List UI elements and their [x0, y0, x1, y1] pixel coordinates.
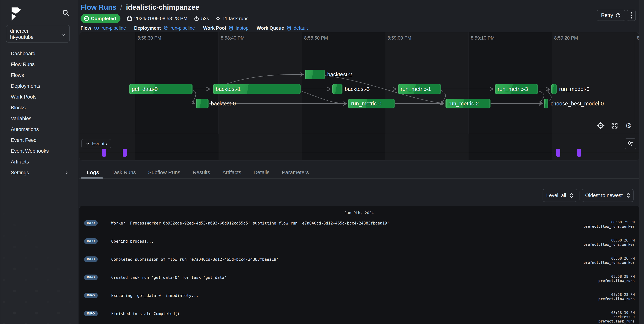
sort-chevrons-icon — [626, 193, 630, 198]
tab-artifacts[interactable]: Artifacts — [222, 168, 241, 178]
run-datetime: 2024/01/09 08:58:28 PM — [127, 16, 188, 22]
tab-parameters[interactable]: Parameters — [282, 168, 309, 178]
active-tab-indicator — [81, 177, 103, 179]
events-toggle-button[interactable]: Events — [81, 139, 111, 148]
event-marker[interactable] — [577, 149, 581, 157]
status-badge: Completed — [80, 14, 120, 23]
work-queue-icon — [286, 26, 292, 31]
workspace-selector[interactable]: dmercer hi-youtube — [6, 25, 70, 43]
log-meta: 08:58:28 PMprefect.flow_runs — [598, 292, 635, 301]
tab-logs[interactable]: Logs — [87, 168, 99, 178]
sidebar-top — [10, 6, 70, 23]
log-source: prefect.flow_runs — [598, 279, 635, 283]
deployment-icon — [163, 26, 168, 31]
task-node-label: get_data-0 — [132, 84, 158, 94]
expand-icon — [611, 122, 618, 129]
sidebar-item-dashboard[interactable]: Dashboard — [0, 48, 79, 59]
tab-bar: LogsTask RunsSubflow RunsResultsArtifact… — [79, 168, 639, 179]
meta-link-default[interactable]: default — [294, 25, 308, 31]
kebab-menu-button[interactable] — [627, 10, 636, 21]
search-button[interactable] — [62, 8, 71, 17]
log-message: Opening process... — [98, 238, 584, 244]
meta-link-laptop[interactable]: laptop — [236, 25, 248, 31]
tab-results[interactable]: Results — [192, 168, 210, 178]
event-marker[interactable] — [102, 149, 106, 157]
log-row: INFOCompleted submission of flow run 'e7… — [80, 251, 639, 269]
tab-subflow-runs[interactable]: Subflow Runs — [148, 168, 180, 178]
task-node-backtest-2[interactable]: backtest-2 — [305, 70, 325, 79]
chevron-down-icon — [86, 141, 90, 146]
recenter-button[interactable] — [597, 122, 605, 130]
sidebar-item-variables[interactable]: Variables — [0, 113, 79, 124]
sidebar-item-automations[interactable]: Automations — [0, 124, 79, 135]
retry-button[interactable]: Retry — [597, 10, 625, 21]
task-node-run-model-0[interactable]: run_model-0 — [551, 84, 557, 94]
events-filter-button[interactable] — [624, 138, 636, 149]
sidebar-item-event-webhooks[interactable]: Event Webhooks — [0, 146, 79, 156]
check-square-icon — [84, 16, 89, 21]
dependency-edges — [80, 32, 639, 161]
search-icon — [62, 9, 69, 17]
workspace-org: dmercer — [10, 28, 66, 34]
log-message: Executing 'get_data-0' immediately... — [98, 292, 598, 298]
crosshair-icon — [597, 122, 604, 129]
sidebar-item-event-feed[interactable]: Event Feed — [0, 135, 79, 146]
task-run-count: 11 task runs — [215, 16, 248, 22]
log-row: INFOWorker 'ProcessWorker 6b932cde-92ed-… — [80, 215, 639, 233]
tab-task-runs[interactable]: Task Runs — [112, 168, 136, 178]
sidebar-item-flows[interactable]: Flows — [0, 70, 79, 81]
task-node-run-metric-2[interactable]: run_metric-2 — [446, 99, 490, 108]
events-timeline-line — [80, 153, 639, 153]
kebab-icon — [630, 12, 632, 19]
event-marker[interactable] — [123, 149, 127, 157]
breadcrumb-flow-runs-link[interactable]: Flow Runs — [80, 3, 116, 11]
chevron-down-icon — [60, 32, 66, 38]
meta-label: Work Pool — [203, 25, 226, 31]
sidebar-item-label: Automations — [11, 127, 39, 132]
sidebar-item-work-pools[interactable]: Work Pools — [0, 92, 79, 102]
sidebar: dmercer hi-youtube DashboardFlow RunsFlo… — [0, 0, 78, 324]
run-duration: 53s — [194, 16, 209, 22]
log-level-badge: INFO — [84, 293, 98, 298]
task-node-backtest-3[interactable]: backtest-3 — [332, 84, 342, 94]
meta-label: Flow — [80, 25, 91, 31]
sidebar-item-flow-runs[interactable]: Flow Runs — [0, 59, 79, 70]
log-meta: 08:58:28 PMprefect.flow_runs — [598, 274, 635, 283]
log-message: Finished in state Completed() — [98, 310, 598, 316]
log-panel: Jan 9th, 2024 INFOWorker 'ProcessWorker … — [79, 206, 639, 324]
log-level-filter[interactable]: Level: all — [542, 189, 577, 202]
sidebar-item-settings[interactable]: Settings — [0, 167, 79, 178]
task-node-run-metric-1[interactable]: run_metric-1 — [398, 84, 441, 94]
task-node-run-metric-0[interactable]: run_metric-0 — [348, 99, 395, 108]
meta-deployment: Deploymentrun-pipeline — [134, 25, 195, 31]
task-node-backtest-1[interactable]: backtest-1 — [213, 84, 301, 94]
page-scrollbar[interactable] — [639, 0, 644, 324]
meta-link-run-pipeline[interactable]: run-pipeline — [170, 25, 195, 31]
log-level-badge: INFO — [84, 274, 98, 280]
meta-link-run-pipeline[interactable]: run-pipeline — [102, 25, 126, 31]
task-node-label: backtest-1 — [216, 84, 241, 94]
task-node-label: run_metric-2 — [448, 99, 479, 108]
log-sort-filter[interactable]: Oldest to newest — [582, 189, 634, 202]
task-node-choose-best-model-0[interactable]: choose_best_model-0 — [544, 99, 548, 108]
sidebar-item-artifacts[interactable]: Artifacts — [0, 156, 79, 167]
tab-details[interactable]: Details — [254, 168, 270, 178]
task-node-run-metric-3[interactable]: run_metric-3 — [495, 84, 538, 94]
sidebar-divider — [6, 45, 70, 45]
meta-label: Work Queue — [257, 25, 284, 31]
log-source: prefect.flow_runs.worker — [584, 224, 635, 229]
status-label: Completed — [91, 16, 116, 22]
sidebar-item-blocks[interactable]: Blocks — [0, 102, 79, 113]
fullscreen-button[interactable] — [610, 122, 619, 130]
sidebar-item-label: Artifacts — [11, 159, 29, 165]
log-message: Completed submission of flow run 'e7a040… — [98, 256, 584, 262]
status-row: Completed 2024/01/09 08:58:28 PM 53s 11 … — [80, 14, 248, 23]
log-timestamp: 08:58:25 PM — [584, 220, 635, 224]
sidebar-item-deployments[interactable]: Deployments — [0, 81, 79, 92]
timeline-settings-button[interactable]: ⚙ — [624, 122, 632, 130]
event-marker[interactable] — [556, 149, 560, 157]
task-node-get-data-0[interactable]: get_data-0 — [129, 84, 192, 94]
sidebar-item-label: Blocks — [11, 105, 26, 111]
log-source: prefect.flow_runs.worker — [584, 242, 635, 247]
task-node-backtest-0[interactable]: backtest-0 — [196, 99, 209, 108]
